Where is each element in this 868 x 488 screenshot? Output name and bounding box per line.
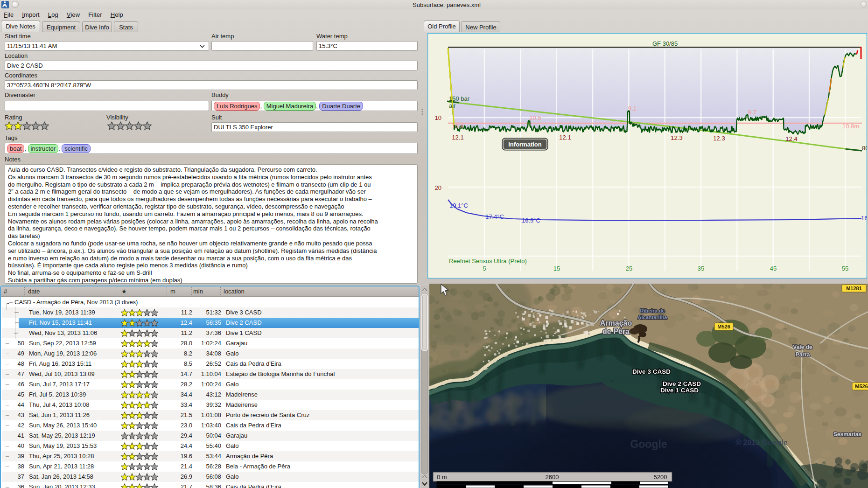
svg-text:9.7: 9.7: [748, 109, 756, 116]
svg-text:M526: M526: [717, 324, 730, 329]
svg-text:10: 10: [435, 114, 441, 121]
svg-text:12.3: 12.3: [713, 135, 725, 142]
svg-text:Sesmarias: Sesmarias: [833, 431, 861, 438]
svg-text:45: 45: [770, 265, 777, 272]
svg-text:air: air: [449, 102, 456, 109]
svg-text:Dive 1 CASD: Dive 1 CASD: [660, 387, 699, 394]
svg-text:12.4: 12.4: [785, 135, 797, 142]
svg-text:9.1: 9.1: [628, 105, 637, 112]
svg-text:35: 35: [698, 265, 704, 272]
svg-text:© 2013 Google: © 2013 Google: [735, 439, 787, 446]
svg-text:12.1: 12.1: [559, 134, 571, 141]
svg-text:25: 25: [626, 265, 632, 272]
svg-text:Armação: Armação: [600, 319, 632, 327]
svg-text:10.5: 10.5: [529, 114, 541, 121]
svg-text:10.8m: 10.8m: [842, 123, 859, 130]
svg-text:19.1°C: 19.1°C: [449, 202, 468, 209]
svg-text:M1281: M1281: [846, 286, 862, 291]
svg-text:Alcantarilha: Alcantarilha: [638, 314, 668, 320]
svg-text:5200: 5200: [654, 474, 667, 481]
svg-text:12.1: 12.1: [452, 134, 463, 141]
svg-text:Parra: Parra: [796, 351, 810, 358]
svg-text:150 bar: 150 bar: [449, 95, 470, 102]
svg-text:Dive 2 CASD: Dive 2 CASD: [663, 380, 701, 387]
svg-text:12.3: 12.3: [671, 134, 682, 141]
svg-text:5: 5: [483, 265, 486, 272]
svg-text:Dive 3 CASD: Dive 3 CASD: [632, 368, 671, 375]
svg-text:M526: M526: [855, 383, 868, 389]
svg-text:80: 80: [862, 145, 867, 152]
svg-text:16.9°C: 16.9°C: [522, 217, 540, 224]
svg-text:GF 30/85: GF 30/85: [652, 40, 678, 47]
svg-text:Vale de: Vale de: [793, 344, 812, 350]
svg-text:10.8: 10.8: [452, 123, 463, 130]
svg-text:de Pêra: de Pêra: [602, 328, 630, 335]
svg-text:Ribeira de: Ribeira de: [640, 308, 665, 314]
svg-text:Google: Google: [630, 438, 667, 450]
svg-text:20: 20: [435, 184, 441, 191]
svg-text:15: 15: [553, 265, 560, 272]
svg-text:0 m: 0 m: [437, 474, 447, 481]
svg-text:55: 55: [842, 265, 848, 272]
svg-text:Reefnet Sensus Ultra (Preto): Reefnet Sensus Ultra (Preto): [449, 258, 527, 265]
svg-text:16: 16: [861, 215, 867, 222]
svg-text:2600: 2600: [546, 474, 559, 481]
svg-text:Information: Information: [508, 141, 542, 148]
svg-text:17.4°C: 17.4°C: [485, 213, 504, 220]
